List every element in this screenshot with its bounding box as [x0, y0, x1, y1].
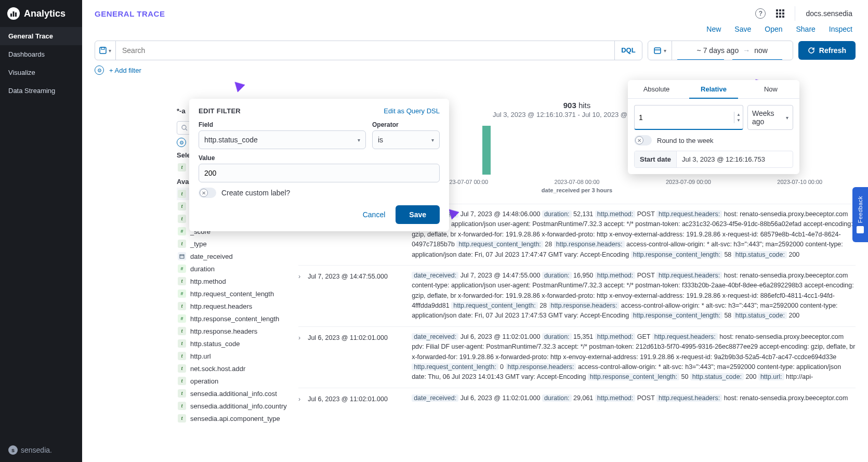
- inspect-link[interactable]: Inspect: [829, 25, 852, 33]
- sidebar-item-visualize[interactable]: Visualize: [0, 63, 82, 82]
- field-item[interactable]: #http.response_content_length: [177, 312, 296, 325]
- field-type-icon: t: [178, 327, 186, 335]
- record-row: ›Jul 6, 2023 @ 11:02:01.000date_received…: [298, 388, 856, 410]
- field-type-icon: #: [178, 265, 186, 273]
- field-type-icon: t: [178, 389, 186, 398]
- field-item[interactable]: thttp.request.headers: [177, 300, 296, 312]
- field-select[interactable]: http.status_code ▾: [199, 130, 366, 149]
- field-type-icon: t: [178, 302, 186, 310]
- field-type-icon: t: [178, 402, 186, 410]
- field-item[interactable]: #http.request_content_length: [177, 287, 296, 300]
- open-link[interactable]: Open: [765, 25, 782, 33]
- custom-label-switch[interactable]: ✕: [199, 188, 216, 198]
- round-switch[interactable]: ✕: [634, 135, 652, 146]
- field-type-icon: t: [178, 339, 186, 348]
- calendar-icon[interactable]: ▾: [648, 41, 672, 60]
- svg-rect-3: [100, 47, 106, 54]
- footer-brand: s sensedia.: [8, 445, 52, 455]
- field-type-icon: t: [178, 277, 186, 285]
- search-input[interactable]: [116, 41, 614, 60]
- tab-absolute[interactable]: Absolute: [628, 80, 685, 98]
- date-picker-popover: Absolute Relative Now ▲▼ Weeks ago ▾ ✕ R…: [628, 80, 799, 174]
- apps-icon[interactable]: [776, 9, 784, 18]
- search-box: ▾ DQL: [95, 41, 642, 60]
- expand-toggle[interactable]: ›: [298, 332, 300, 382]
- field-item[interactable]: tnet.sock.host.addr: [177, 362, 296, 375]
- field-type-icon: t: [178, 190, 186, 198]
- record-row: ›Jul 7, 2023 @ 14:47:55.000date_received…: [298, 265, 856, 326]
- save-link[interactable]: Save: [734, 25, 751, 33]
- value-input[interactable]: [199, 164, 440, 182]
- svg-line-8: [186, 129, 187, 130]
- chevron-down-icon: ▾: [358, 137, 360, 143]
- svg-rect-0: [10, 14, 12, 17]
- share-link[interactable]: Share: [796, 25, 816, 33]
- field-item[interactable]: tsensedia.api.component_type: [177, 412, 296, 425]
- saved-queries-button[interactable]: ▾: [95, 41, 116, 60]
- date-range-display[interactable]: ~ 7 days ago → now: [672, 41, 793, 60]
- operator-select[interactable]: is ▾: [372, 130, 440, 149]
- start-date-display: Start date Jul 3, 2023 @ 12:16:16.753: [634, 151, 793, 168]
- brand-logo: Analytics: [0, 0, 82, 27]
- field-item[interactable]: tsensedia.additional_info.cost: [177, 387, 296, 400]
- chevron-down-icon: ▾: [664, 48, 666, 54]
- sidebar-item-dashboards[interactable]: Dashboards: [0, 45, 82, 63]
- cancel-button[interactable]: Cancel: [361, 205, 388, 224]
- user-menu[interactable]: docs.sensedia: [806, 9, 852, 18]
- chevron-down-icon: ▾: [109, 48, 111, 54]
- tab-now[interactable]: Now: [742, 80, 799, 98]
- expand-toggle[interactable]: ›: [298, 393, 300, 404]
- field-item[interactable]: thttp.method: [177, 275, 296, 287]
- help-icon[interactable]: ?: [755, 8, 766, 19]
- svg-rect-5: [654, 48, 661, 54]
- custom-label-text: Create custom label?: [221, 189, 290, 197]
- action-links: New Save Open Share Inspect: [82, 23, 868, 38]
- relative-amount-input[interactable]: ▲▼: [634, 105, 743, 130]
- value-label: Value: [199, 154, 440, 162]
- field-item[interactable]: tsensedia.additional_info.country: [177, 400, 296, 412]
- feedback-tab[interactable]: Feedback: [852, 187, 868, 242]
- relative-unit-select[interactable]: Weeks ago ▾: [747, 105, 793, 130]
- svg-rect-1: [13, 11, 15, 17]
- dql-toggle[interactable]: DQL: [614, 41, 641, 60]
- expand-toggle[interactable]: ›: [298, 271, 300, 321]
- divider: [795, 6, 795, 21]
- field-item[interactable]: toperation: [177, 375, 296, 387]
- chart-bar: [482, 126, 491, 175]
- new-link[interactable]: New: [706, 25, 721, 33]
- field-item[interactable]: date_received: [177, 250, 296, 262]
- record-body: date_received: Jul 7, 2023 @ 14:48:06.00…: [412, 209, 856, 260]
- stepper[interactable]: ▲▼: [734, 112, 743, 123]
- field-item[interactable]: #duration: [177, 262, 296, 275]
- field-type-icon: t: [178, 202, 186, 210]
- field-item[interactable]: thttp.response.headers: [177, 325, 296, 337]
- tab-relative[interactable]: Relative: [685, 80, 742, 98]
- field-item[interactable]: t_type: [177, 237, 296, 250]
- page-title: GENERAL TRACE: [95, 9, 165, 18]
- field-type-icon: #: [178, 227, 186, 235]
- add-filter-button[interactable]: + Add filter: [109, 67, 141, 74]
- field-type-icon: t: [178, 377, 186, 385]
- record-body: date_received: Jul 6, 2023 @ 11:02:01.00…: [412, 393, 856, 404]
- record-timestamp: Jul 6, 2023 @ 11:02:01.000: [308, 332, 404, 382]
- date-picker-button[interactable]: ▾ ~ 7 days ago → now: [648, 41, 793, 60]
- round-label: Round to the week: [657, 137, 713, 144]
- filter-settings-icon[interactable]: ⚙: [95, 65, 104, 75]
- records-list: ›Jul 7, 2023 @ 14:48:06.000date_received…: [298, 204, 856, 410]
- arrow-right-icon: →: [743, 46, 750, 55]
- field-type-icon: t: [178, 352, 186, 360]
- field-item[interactable]: thttp.url: [177, 350, 296, 362]
- sidebar: Analytics General TraceDashboardsVisuali…: [0, 0, 82, 462]
- edit-as-dsl-link[interactable]: Edit as Query DSL: [384, 107, 440, 115]
- sidebar-item-data-streaming[interactable]: Data Streaming: [0, 82, 82, 100]
- svg-rect-2: [15, 12, 17, 17]
- refresh-button[interactable]: Refresh: [798, 41, 856, 60]
- svg-rect-9: [180, 255, 184, 258]
- save-button[interactable]: Save: [396, 205, 440, 224]
- field-type-icon: #: [178, 289, 186, 298]
- record-row: ›Jul 6, 2023 @ 11:02:01.000date_received…: [298, 326, 856, 388]
- field-item[interactable]: thttp.status_code: [177, 337, 296, 350]
- sidebar-item-general-trace[interactable]: General Trace: [0, 27, 82, 45]
- field-type-icon: #: [178, 314, 186, 323]
- filter-fields-icon[interactable]: ⚙: [177, 138, 186, 147]
